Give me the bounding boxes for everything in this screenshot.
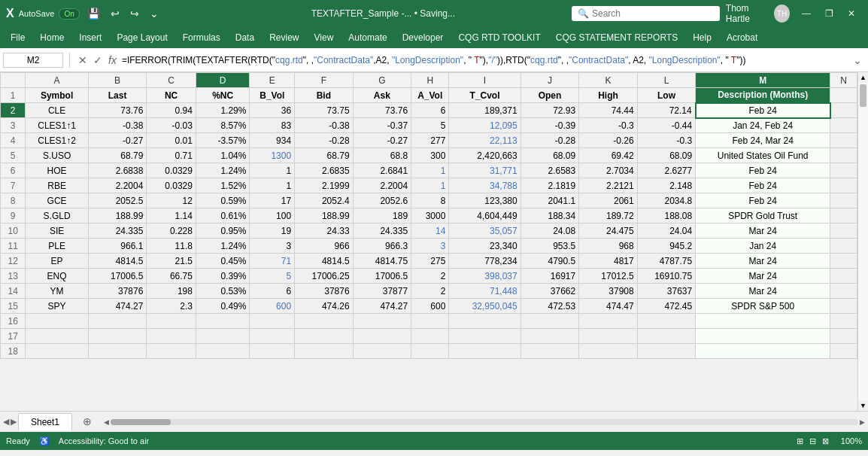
table-cell[interactable]: United States Oil Fund (696, 148, 830, 163)
formula-content[interactable]: =IFERROR(TRIM(TEXTAFTER(RTD("cqg.rtd", ,… (122, 55, 847, 65)
scroll-thumb[interactable] (860, 84, 866, 107)
table-cell[interactable]: 24.08 (520, 223, 579, 239)
table-cell[interactable]: Mar 24 (696, 254, 830, 269)
table-cell[interactable]: 71 (250, 254, 295, 269)
table-cell[interactable]: 14 (411, 223, 449, 239)
table-cell[interactable]: 2052.4 (295, 193, 354, 208)
table-cell[interactable]: B_Vol (250, 88, 295, 103)
table-cell[interactable]: 2 (411, 284, 449, 299)
menu-acrobat[interactable]: Acrobat (719, 29, 765, 46)
view-layout-icon[interactable]: ⊟ (809, 436, 816, 446)
table-cell[interactable]: 2.2121 (579, 178, 638, 193)
table-cell[interactable]: 474.27 (88, 299, 147, 314)
table-cell[interactable]: 2 (411, 269, 449, 284)
table-cell[interactable]: 966.1 (88, 239, 147, 254)
table-cell[interactable]: 198 (147, 284, 196, 299)
table-cell[interactable]: 189 (353, 208, 411, 223)
table-cell[interactable]: 73.76 (88, 103, 147, 118)
table-cell[interactable]: 966 (295, 239, 354, 254)
view-pagebreak-icon[interactable]: ⊠ (822, 436, 829, 446)
table-cell[interactable]: -0.38 (295, 118, 354, 133)
table-cell[interactable] (196, 344, 250, 359)
search-box[interactable]: 🔍 (572, 6, 720, 21)
col-header-g[interactable]: G (353, 73, 411, 88)
h-scroll-right-icon[interactable]: ▶ (860, 418, 865, 426)
table-cell[interactable]: -0.3 (637, 133, 696, 148)
table-cell[interactable]: 0.0329 (147, 178, 196, 193)
table-cell[interactable]: 24.33 (295, 223, 354, 239)
col-header-m[interactable]: M (696, 73, 830, 88)
table-cell[interactable]: 17006.5 (88, 269, 147, 284)
table-cell[interactable]: Feb 24 (696, 178, 830, 193)
table-cell[interactable] (520, 344, 579, 359)
redo-icon[interactable]: ↪ (127, 6, 142, 21)
table-cell[interactable] (520, 329, 579, 344)
table-cell[interactable]: 474.26 (295, 299, 354, 314)
table-cell[interactable]: 1.24% (196, 239, 250, 254)
search-input[interactable] (592, 8, 714, 19)
table-cell[interactable]: 953.5 (520, 239, 579, 254)
table-cell[interactable]: 600 (411, 299, 449, 314)
table-cell[interactable]: -0.27 (88, 133, 147, 148)
table-cell[interactable]: 35,057 (449, 223, 520, 239)
table-cell[interactable]: 934 (250, 133, 295, 148)
table-cell[interactable]: 2.6841 (353, 163, 411, 178)
table-cell[interactable]: 189,371 (449, 103, 520, 118)
table-cell[interactable]: 778,234 (449, 254, 520, 269)
table-cell[interactable]: 37876 (88, 284, 147, 299)
table-cell[interactable]: 2.1819 (520, 178, 579, 193)
table-cell[interactable]: Bid (295, 88, 354, 103)
menu-cqg-statement[interactable]: CQG STATEMENT REPORTS (548, 29, 685, 46)
table-cell[interactable]: Mar 24 (696, 223, 830, 239)
table-cell[interactable] (295, 314, 354, 329)
cell-reference-box[interactable] (3, 53, 63, 68)
table-cell[interactable] (637, 344, 696, 359)
table-cell[interactable]: S.USO (26, 148, 88, 163)
table-cell[interactable]: 188.08 (637, 208, 696, 223)
table-cell[interactable]: 0.94 (147, 103, 196, 118)
table-cell[interactable]: 1.04% (196, 148, 250, 163)
table-cell[interactable]: 2,420,663 (449, 148, 520, 163)
confirm-formula-icon[interactable]: ✓ (91, 54, 105, 66)
add-sheet-button[interactable]: ⊕ (77, 412, 98, 430)
table-cell[interactable]: 68.8 (353, 148, 411, 163)
sheet-prev-icon[interactable]: ◀ (3, 417, 9, 427)
table-cell[interactable]: 4814.5 (295, 254, 354, 269)
close-button[interactable]: ✕ (841, 6, 862, 21)
table-cell[interactable]: 3 (250, 239, 295, 254)
table-cell[interactable]: 21.5 (147, 254, 196, 269)
table-cell[interactable]: 1 (411, 178, 449, 193)
table-cell[interactable]: 4790.5 (520, 254, 579, 269)
table-cell[interactable]: 2.2004 (353, 178, 411, 193)
table-cell[interactable]: HOE (26, 163, 88, 178)
table-cell[interactable]: CLES1↑2 (26, 133, 88, 148)
menu-page-layout[interactable]: Page Layout (109, 29, 175, 46)
table-cell[interactable]: 37908 (579, 284, 638, 299)
table-cell[interactable]: GCE (26, 193, 88, 208)
table-cell[interactable]: SIE (26, 223, 88, 239)
table-cell[interactable]: 3 (411, 239, 449, 254)
col-header-n[interactable]: N (830, 73, 857, 88)
col-header-c[interactable]: C (147, 73, 196, 88)
table-cell[interactable]: S.GLD (26, 208, 88, 223)
table-cell[interactable]: 16917 (520, 269, 579, 284)
table-cell[interactable]: 2.6835 (295, 163, 354, 178)
menu-home[interactable]: Home (32, 29, 71, 46)
scroll-up-button[interactable]: ▲ (858, 72, 868, 83)
table-cell[interactable]: 24.335 (353, 223, 411, 239)
table-cell[interactable]: 472.45 (637, 299, 696, 314)
table-cell[interactable]: High (579, 88, 638, 103)
table-cell[interactable]: 5 (411, 118, 449, 133)
menu-developer[interactable]: Developer (395, 29, 451, 46)
table-cell[interactable]: 2.3 (147, 299, 196, 314)
h-scroll-thumb[interactable] (111, 419, 171, 425)
table-cell[interactable]: SPY (26, 299, 88, 314)
table-cell[interactable]: 1.14 (147, 208, 196, 223)
table-cell[interactable] (449, 344, 520, 359)
table-cell[interactable]: 966.3 (353, 239, 411, 254)
table-cell[interactable] (830, 284, 857, 299)
table-cell[interactable]: Jan 24, Feb 24 (696, 118, 830, 133)
table-cell[interactable] (411, 344, 449, 359)
table-cell[interactable]: -0.38 (88, 118, 147, 133)
table-cell[interactable]: 24.475 (579, 223, 638, 239)
